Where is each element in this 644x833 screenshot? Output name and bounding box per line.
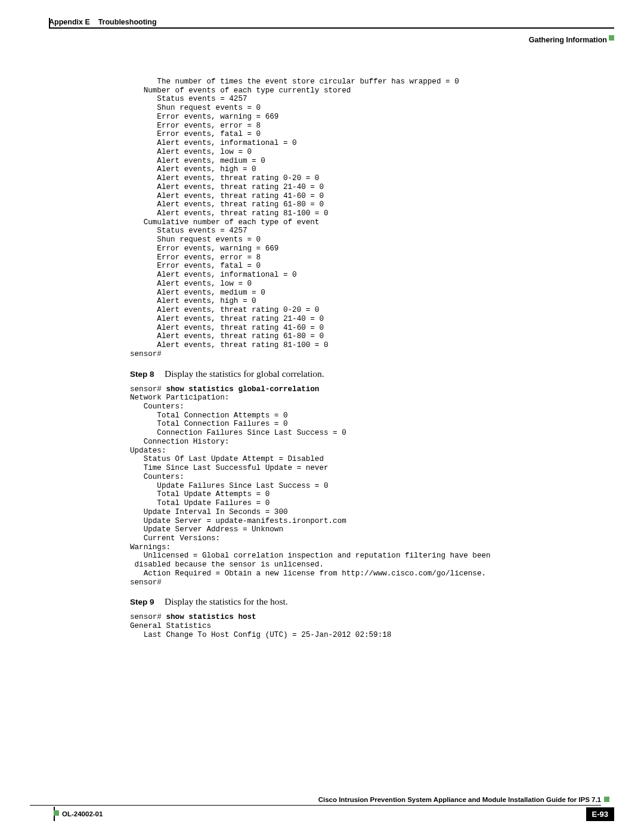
step-9-label: Step 9 [130,597,162,606]
footer-guide-title: Cisco Intrusion Prevention System Applia… [318,796,601,803]
code-output-host: sensor# show statistics host General Sta… [130,613,611,639]
running-header-right: Gathering Information [529,36,607,44]
cli-output-body: Network Participation: Counters: Total C… [130,394,495,586]
cli-prompt: sensor# [130,613,166,621]
header-rule [49,27,614,29]
cli-prompt: sensor# [130,385,166,394]
cli-command: show statistics global-correlation [166,385,319,394]
chapter-title: Troubleshooting [98,18,157,26]
page-content: The number of times the event store circ… [130,20,611,640]
page: Appendix E Troubleshooting Gathering Inf… [0,0,644,833]
footer-left-square-icon [54,810,59,816]
running-header-left: Appendix E Troubleshooting [49,18,157,26]
footer-rule [30,805,601,806]
step-8-label: Step 8 [130,370,162,379]
step-8-row: Step 8 Display the statistics for global… [166,368,611,379]
cli-command: show statistics host [166,613,256,621]
code-output-global-correlation: sensor# show statistics global-correlati… [130,385,611,587]
step-9-row: Step 9 Display the statistics for the ho… [166,596,611,607]
page-number-badge: E-93 [586,807,614,821]
step-9-text: Display the statistics for the host. [165,596,288,606]
footer-accent-square-icon [604,797,609,802]
footer-docnum: OL-24002-01 [62,810,103,817]
cli-output-body: General Statistics Last Change To Host C… [130,622,391,639]
header-accent-square-icon [609,35,614,41]
code-output-event-store: The number of times the event store circ… [130,78,611,359]
step-8-text: Display the statistics for global correl… [165,368,324,379]
appendix-label: Appendix E [49,18,90,26]
